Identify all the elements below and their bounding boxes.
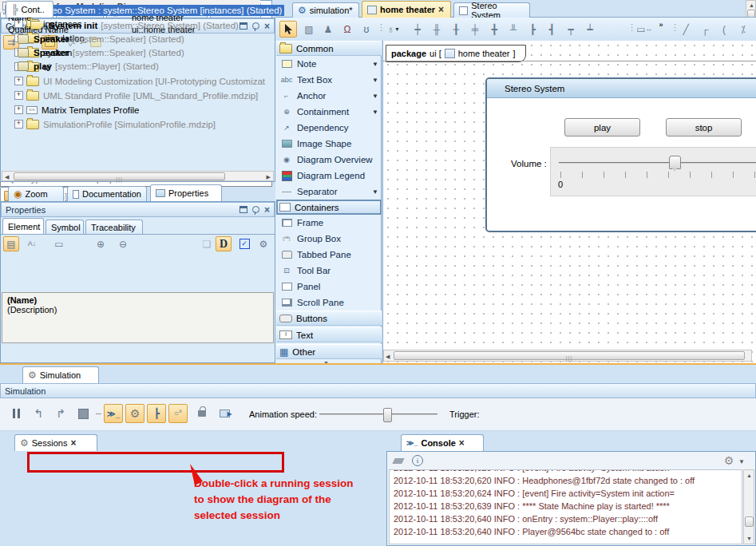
tab-symbol[interactable]: Symbol	[46, 220, 84, 235]
palette-item-frame[interactable]: Frame	[276, 215, 382, 231]
export-button[interactable]: ▶	[216, 404, 236, 423]
close-icon[interactable]: ×	[459, 438, 465, 448]
play-button[interactable]: play	[564, 118, 640, 136]
lock-button[interactable]	[192, 404, 212, 423]
categorized-view-button[interactable]: ▤	[3, 236, 19, 251]
chevron-down-icon[interactable]: ▼	[372, 93, 378, 100]
make-same-size-button[interactable]: ▭↔	[634, 21, 655, 38]
align-middle-button[interactable]: ╪	[466, 21, 484, 38]
close-icon[interactable]: ×	[70, 438, 76, 448]
magnet-button[interactable]: Ω	[338, 21, 356, 38]
palette-item-tabbed-pane[interactable]: Tabbed Pane	[276, 247, 382, 263]
tab-simulation-diagram[interactable]: ⚙ simulation*	[292, 2, 359, 18]
chevron-down-icon[interactable]: ▼	[372, 61, 378, 68]
canvas-horizontal-scrollbar[interactable]: ◀ |||	[383, 350, 752, 362]
layout-dropdown-button[interactable]: ♁▼	[382, 21, 406, 38]
align-center-button[interactable]: ╋	[485, 21, 503, 38]
line-straight-button[interactable]: ╱	[677, 21, 695, 38]
tab-stereo-system-diagram[interactable]: Stereo System	[453, 2, 530, 18]
palette-item-note[interactable]: Note▼	[276, 56, 382, 72]
marquee-select-button[interactable]: ▧	[300, 21, 318, 38]
line-rectilinear-button[interactable]: ┌	[696, 21, 714, 38]
tab-sessions[interactable]: ⚙ Sessions ×	[14, 434, 97, 451]
toggle-variables-button[interactable]: ○°	[168, 404, 188, 423]
palette-item-scroll-pane[interactable]: Scroll Pane	[276, 295, 382, 311]
palette-section-buttons[interactable]: Buttons	[276, 311, 382, 326]
line-curved-button[interactable]: (	[715, 21, 733, 38]
tab-element[interactable]: Element	[2, 218, 44, 234]
expand-toggle[interactable]: +	[14, 105, 23, 114]
palette-item-text-box[interactable]: abc Text Box▼	[276, 72, 382, 88]
copy-button[interactable]: ❏	[200, 236, 214, 251]
slider-thumb[interactable]	[669, 156, 681, 169]
chevron-down-icon[interactable]: ▼	[372, 188, 378, 196]
magnet-all-button[interactable]: ʊ	[358, 21, 375, 38]
pin-icon[interactable]	[252, 206, 259, 213]
default-value-button[interactable]: D	[216, 236, 232, 251]
center-h-button[interactable]: ╂	[447, 21, 465, 38]
terminate-button[interactable]	[73, 404, 93, 423]
tab-zoom[interactable]: ◉ Zoom	[8, 186, 64, 201]
palette-section-other[interactable]: ▦Other	[276, 344, 382, 359]
stamp-mode-button[interactable]: ♟	[319, 21, 337, 38]
align-left-button[interactable]: ┣	[524, 21, 541, 38]
spacing-v-button[interactable]: ╫	[428, 21, 445, 38]
align-right-button[interactable]: ┫	[543, 21, 560, 38]
chevron-down-icon[interactable]: ▼	[372, 77, 378, 84]
collapse-all-button[interactable]: ⊖	[115, 236, 131, 251]
palette-item-containment[interactable]: ⊕ Containment▼	[276, 104, 382, 120]
tab-properties[interactable]: Properties	[150, 184, 222, 201]
palette-item-group-box[interactable]: [ᴳᴮ] Group Box	[276, 231, 382, 247]
select-cursor-button[interactable]	[279, 21, 297, 38]
tree-item-matrix-templates-profile[interactable]: + «« Matrix Templates Profile	[14, 103, 140, 117]
tab-documentation[interactable]: Documentation	[67, 186, 147, 201]
package-header-tab[interactable]: package ui [ home theater ]	[386, 45, 526, 62]
distribute-button[interactable]: ┷	[581, 21, 599, 38]
console-settings-gear-icon[interactable]: ⚙	[721, 453, 737, 468]
palette-item-anchor[interactable]: ⌐ Anchor▼	[276, 88, 382, 104]
expand-toggle[interactable]: +	[14, 91, 23, 100]
toggle-sessions-button[interactable]: ┣	[147, 404, 166, 423]
palette-item-dependency[interactable]: ↗ Dependency	[276, 120, 382, 136]
align-top-button[interactable]: ╨	[505, 21, 522, 38]
palette-section-text[interactable]: IText	[276, 327, 382, 342]
toolbar-overflow-button[interactable]: »	[655, 19, 667, 30]
console-vertical-scrollbar[interactable]: ▲ ▼	[743, 469, 754, 544]
checkbox-mode-button[interactable]: ✓	[236, 236, 252, 251]
horizontal-splitter[interactable]	[0, 363, 756, 365]
step-into-button[interactable]: ↰	[29, 404, 48, 423]
pause-button[interactable]	[6, 404, 26, 423]
tree-horizontal-scrollbar[interactable]: ◀ ||| ▶	[2, 171, 274, 181]
sort-alphabetically-button[interactable]: A↓	[24, 236, 40, 251]
palette-item-panel[interactable]: Panel	[276, 279, 382, 295]
align-bottom-button[interactable]: ┯	[562, 21, 580, 38]
tree-item-ui-modeling-customization[interactable]: + UI Modeling Customization [UI-Prototyp…	[14, 74, 265, 88]
toggle-simulation-button[interactable]: ⚙	[125, 404, 144, 423]
palette-item-tool-bar[interactable]: ⊡ Tool Bar	[276, 263, 382, 279]
tab-home-theater-diagram[interactable]: home theater ×	[362, 1, 451, 18]
step-over-button[interactable]: ↱	[51, 404, 70, 423]
palette-item-image-shape[interactable]: Image Shape	[276, 136, 382, 152]
diagram-canvas[interactable]: package ui [ home theater ] Stereo Syste…	[382, 41, 756, 363]
palette-item-diagram-legend[interactable]: Diagram Legend	[276, 168, 382, 184]
spacing-h-button[interactable]: ┿	[409, 21, 426, 38]
chevron-down-icon[interactable]: ▼	[372, 109, 378, 116]
show-description-button[interactable]: ▭	[51, 236, 67, 251]
line-oblique-button[interactable]: ⁒	[734, 21, 752, 38]
slider-track[interactable]	[559, 162, 756, 164]
animation-speed-track[interactable]	[319, 413, 437, 415]
console-log[interactable]: 2012-10-11 18:53:20,620 INFO : [event] F…	[389, 469, 742, 544]
info-filter-button[interactable]: i	[410, 453, 425, 468]
stop-button[interactable]: stop	[666, 118, 742, 136]
palette-section-containers[interactable]: Containers	[276, 200, 382, 215]
expand-all-button[interactable]: ⊕	[93, 236, 109, 251]
chevron-down-icon[interactable]: ▼	[738, 458, 745, 465]
tab-simulation-panel[interactable]: ⚙ Simulation	[22, 366, 99, 383]
close-icon[interactable]: ×	[438, 5, 444, 14]
palette-item-diagram-overview[interactable]: ◉ Diagram Overview	[276, 152, 382, 168]
float-icon[interactable]	[239, 206, 247, 213]
customize-wrench-button[interactable]: ⚙	[255, 236, 271, 251]
animation-speed-thumb[interactable]	[383, 408, 392, 422]
close-icon[interactable]: ×	[264, 205, 270, 215]
clear-console-button[interactable]	[390, 453, 406, 468]
